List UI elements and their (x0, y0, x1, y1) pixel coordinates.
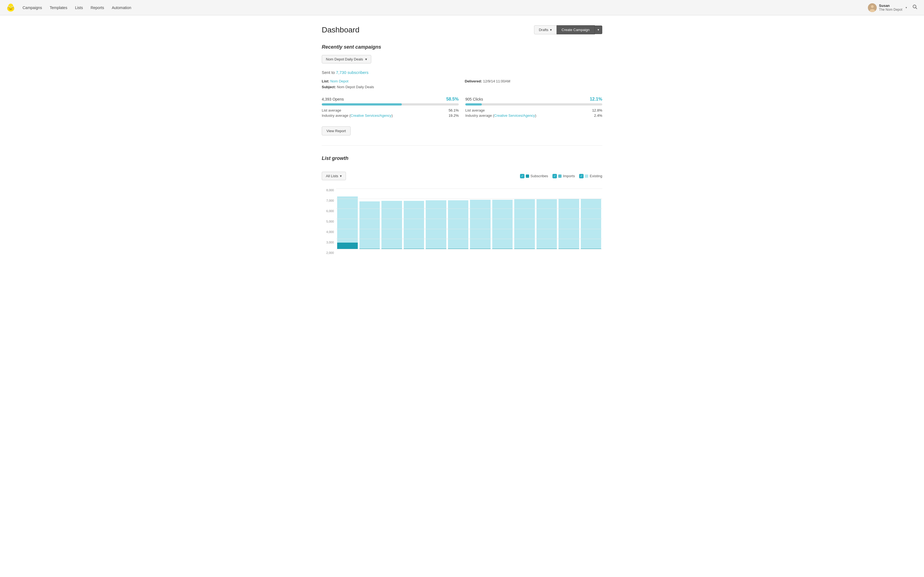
clicks-header: 905 Clicks 12.1% (465, 97, 602, 102)
bar-group-10 (559, 189, 579, 249)
opens-industry-link[interactable]: Creative Services/Agency (351, 113, 392, 118)
y-label-7000: 7,000 (322, 199, 334, 202)
sent-to-info: Sent to 7,730 subscribers (322, 70, 602, 75)
bar-existing-10 (559, 199, 579, 249)
list-growth-header: List growth (322, 156, 602, 166)
user-chevron-icon: ▾ (906, 6, 907, 9)
subscribers-link[interactable]: 7,730 subscribers (336, 70, 368, 75)
filter-label: All Lists (326, 174, 338, 178)
bar-group-6 (470, 189, 491, 249)
legend-existing: ✓ Existing (579, 174, 602, 178)
bar-group-5 (448, 189, 468, 249)
meta-delivered: Delivered: 12/9/14 11:00AM (465, 79, 602, 83)
create-campaign-caret-button[interactable]: ▾ (595, 26, 602, 34)
existing-swatch (585, 174, 588, 178)
meta-subject: Subject: Nom Depot Daily Deals (322, 85, 459, 89)
list-growth-section: List growth All Lists ▾ ✓ Subscribes ✓ I… (322, 156, 602, 257)
nav-templates[interactable]: Templates (50, 5, 67, 11)
svg-point-5 (9, 6, 10, 7)
stats-grid: 4,393 Opens 58.5% List average 56.1% Ind… (322, 97, 602, 118)
imports-checkbox[interactable]: ✓ (552, 174, 557, 178)
bar-group-1 (359, 189, 380, 249)
subscribes-checkbox[interactable]: ✓ (520, 174, 524, 178)
drafts-button[interactable]: Drafts ▾ (534, 25, 557, 34)
opens-pct: 58.5% (446, 97, 459, 102)
existing-checkbox[interactable]: ✓ (579, 174, 583, 178)
bar-group-2 (381, 189, 402, 249)
y-label-4000: 4,000 (322, 230, 334, 234)
recently-sent-section: Recently sent campaigns Nom Depot Daily … (322, 44, 602, 135)
clicks-label: 905 Clicks (465, 97, 483, 102)
nav-reports[interactable]: Reports (90, 5, 104, 11)
clicks-pct: 12.1% (590, 97, 602, 102)
user-name: Susan (879, 3, 902, 8)
nav-lists[interactable]: Lists (75, 5, 83, 11)
opens-progress-fill (322, 103, 402, 105)
campaign-selector[interactable]: Nom Depot Daily Deals ▾ (322, 55, 371, 63)
page-header: Dashboard Drafts ▾ Create Campaign ▾ (322, 25, 602, 34)
nav-automation[interactable]: Automation (111, 5, 131, 11)
campaign-meta: List: Nom Depot Delivered: 12/9/14 11:00… (322, 79, 602, 89)
main-content: Dashboard Drafts ▾ Create Campaign ▾ Rec… (311, 15, 613, 267)
opens-averages: List average 56.1% Industry average (Cre… (322, 108, 459, 118)
list-growth-chart: 8,000 7,000 6,000 5,000 4,000 3,000 2,00… (322, 186, 602, 257)
svg-line-12 (916, 8, 917, 9)
clicks-list-avg: List average 12.8% (465, 108, 602, 112)
filter-chevron-icon: ▾ (340, 174, 342, 178)
bar-group-4 (426, 189, 446, 249)
bar-group-0 (337, 189, 358, 249)
avatar (868, 3, 877, 12)
bar-existing-11 (581, 199, 601, 249)
bar-existing-3 (404, 201, 424, 249)
section-divider (322, 145, 602, 146)
view-report-button[interactable]: View Report (322, 126, 351, 135)
legend-subscribes: ✓ Subscribes (520, 174, 548, 178)
all-lists-filter[interactable]: All Lists ▾ (322, 172, 346, 180)
nav-campaigns[interactable]: Campaigns (23, 5, 42, 11)
mailchimp-logo[interactable] (5, 2, 16, 13)
bar-existing-0 (337, 197, 358, 243)
recently-sent-title: Recently sent campaigns (322, 44, 602, 50)
campaign-selector-chevron-icon: ▾ (365, 57, 367, 61)
page-title: Dashboard (322, 26, 359, 34)
chart-legend: ✓ Subscribes ✓ Imports ✓ Existing (520, 174, 602, 178)
y-label-3000: 3,000 (322, 241, 334, 244)
search-icon[interactable] (911, 3, 919, 12)
opens-label: 4,393 Opens (322, 97, 344, 102)
opens-progress-bg (322, 103, 459, 105)
drafts-chevron-icon: ▾ (550, 28, 552, 32)
bar-group-7 (492, 189, 513, 249)
clicks-industry-link[interactable]: Creative Services/Agency (494, 113, 535, 118)
svg-point-6 (12, 6, 12, 7)
y-label-5000: 5,000 (322, 220, 334, 223)
bar-existing-5 (448, 200, 468, 249)
y-label-6000: 6,000 (322, 210, 334, 213)
legend-imports: ✓ Imports (552, 174, 575, 178)
svg-point-7 (9, 4, 12, 6)
bar-existing-6 (470, 200, 491, 249)
bar-existing-8 (514, 199, 535, 249)
meta-list: List: Nom Depot (322, 79, 459, 83)
opens-stat: 4,393 Opens 58.5% List average 56.1% Ind… (322, 97, 459, 118)
imports-swatch (558, 174, 562, 178)
clicks-progress-fill (465, 103, 482, 105)
bar-existing-2 (381, 201, 402, 249)
svg-point-9 (871, 5, 874, 8)
opens-industry-avg: Industry average (Creative Services/Agen… (322, 113, 459, 118)
bar-group-3 (404, 189, 424, 249)
navbar-right: Susan The Nom Depot ▾ (868, 3, 919, 12)
header-actions: Drafts ▾ Create Campaign ▾ (534, 25, 602, 34)
bar-group-9 (536, 189, 557, 249)
opens-header: 4,393 Opens 58.5% (322, 97, 459, 102)
opens-list-avg: List average 56.1% (322, 108, 459, 112)
create-campaign-button[interactable]: Create Campaign (557, 25, 595, 34)
bar-existing-4 (426, 200, 446, 249)
user-menu[interactable]: Susan The Nom Depot ▾ (868, 3, 907, 12)
bar-existing-1 (359, 201, 380, 249)
user-org: The Nom Depot (879, 8, 902, 11)
list-growth-title: List growth (322, 156, 349, 161)
clicks-progress-bg (465, 103, 602, 105)
clicks-averages: List average 12.8% Industry average (Cre… (465, 108, 602, 118)
list-link[interactable]: Nom Depot (330, 79, 349, 83)
bar-group-11 (581, 189, 601, 249)
